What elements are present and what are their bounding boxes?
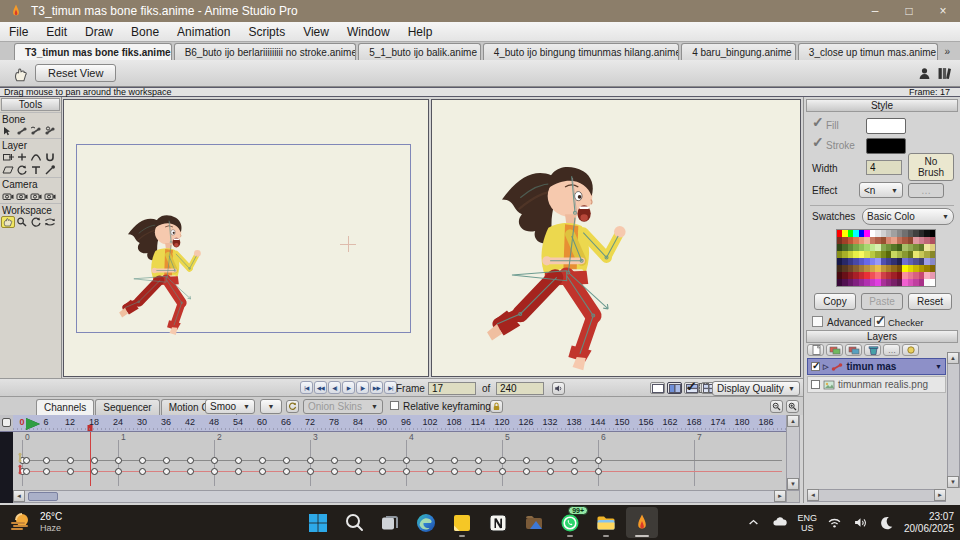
wifi-icon[interactable] [826, 514, 843, 531]
document-tab[interactable]: 3_close up timun mas.anime [798, 43, 939, 60]
select-bone-tool-button[interactable] [1, 125, 15, 137]
layers-horizontal-scrollbar[interactable]: ◄ ► [807, 489, 946, 502]
start-taskbar-button[interactable] [302, 507, 334, 538]
curvature-tool-button[interactable] [29, 151, 43, 163]
scroll-down-icon[interactable]: ▼ [787, 478, 799, 490]
advanced-checkbox[interactable] [812, 316, 823, 327]
timeline-zoom-out-button[interactable] [770, 400, 783, 413]
no-brush-button[interactable]: No Brush [908, 153, 954, 181]
audio-mute-button[interactable] [552, 382, 565, 395]
keyframe-dot[interactable] [571, 468, 578, 475]
effect-dropdown[interactable]: <n ▼ [859, 182, 903, 198]
notion-taskbar-button[interactable] [482, 507, 514, 538]
previous-keyframe-button[interactable]: ◀◀ [314, 381, 327, 394]
manipulate-bone-tool-button[interactable] [29, 125, 43, 137]
keyframe-dot[interactable] [163, 457, 170, 464]
timeline-tab-channels[interactable]: Channels [36, 399, 94, 415]
keyframe-dot[interactable] [67, 457, 74, 464]
document-tab[interactable]: 4_buto ijo bingung timunmas hilang.anime [483, 43, 680, 60]
keyframe-dot[interactable] [547, 468, 554, 475]
expander-icon[interactable]: ▷ [823, 363, 828, 371]
palette-swatch[interactable] [930, 251, 935, 258]
anime-studio-taskbar-button[interactable] [626, 507, 658, 538]
zoom-tool-button[interactable] [15, 216, 29, 228]
keyframe-dot[interactable] [67, 468, 74, 475]
document-tab[interactable]: 5_1_buto ijo balik.anime [358, 43, 480, 60]
layer-visibility-checkbox[interactable] [811, 380, 820, 389]
single-view-button[interactable] [650, 382, 665, 394]
paste-style-button[interactable]: Paste [861, 293, 903, 310]
keyframe-dot[interactable] [475, 457, 482, 464]
task-view-taskbar-button[interactable] [374, 507, 406, 538]
keyframe-dot[interactable] [571, 457, 578, 464]
interpolation-options-dropdown[interactable]: ▼ [260, 399, 282, 414]
text-tool-tool-button[interactable] [29, 164, 43, 176]
onedrive-cloud-icon[interactable] [771, 514, 788, 531]
rotate-workspace-tool-button[interactable] [29, 216, 43, 228]
layer-menu-icon[interactable]: ▼ [935, 363, 942, 370]
keyframe-dot[interactable] [499, 457, 506, 464]
step-back-button[interactable]: ◀| [328, 381, 341, 394]
palette-swatch[interactable] [930, 244, 935, 251]
layer-visibility-checkbox[interactable] [811, 362, 820, 371]
keyframe-dot[interactable] [235, 457, 242, 464]
roll-camera-tool-button[interactable] [29, 190, 43, 202]
play-start-marker[interactable] [26, 418, 40, 430]
keyframe-dot[interactable] [403, 457, 410, 464]
eyedropper-tool-button[interactable] [43, 164, 57, 176]
scrollbar-thumb[interactable] [28, 492, 58, 501]
translate-layer-tool-button[interactable] [1, 151, 15, 163]
reset-view-button[interactable]: Reset View [35, 64, 116, 82]
fill-color-swatch[interactable] [866, 118, 906, 134]
scroll-left-icon[interactable]: ◄ [807, 489, 819, 501]
keyframe-dot[interactable] [259, 457, 266, 464]
keyframe-dot[interactable] [91, 457, 98, 464]
timeline-ruler[interactable]: 0612182430364248546066727884909610210811… [13, 415, 786, 432]
menu-bone[interactable]: Bone [122, 22, 168, 41]
shear-tool-button[interactable] [1, 164, 15, 176]
reset-style-button[interactable]: Reset [908, 293, 952, 310]
search-taskbar-button[interactable] [338, 507, 370, 538]
document-tab[interactable]: T3_timun mas bone fiks.anime [14, 43, 172, 60]
palette-swatch[interactable] [930, 230, 935, 237]
playhead-line[interactable] [90, 432, 91, 486]
keyframe-dot[interactable] [307, 468, 314, 475]
keyframe-dot[interactable] [211, 457, 218, 464]
timeline-tracks[interactable]: 01234567 [13, 432, 786, 490]
keyframe-dot[interactable] [307, 457, 314, 464]
whatsapp-taskbar-button[interactable]: 99+ [554, 507, 586, 538]
night-light-icon[interactable] [878, 514, 895, 531]
workspace-view-left[interactable] [63, 99, 429, 377]
pan-tilt-camera-tool-button[interactable] [43, 190, 57, 202]
play-button[interactable]: ▶ [342, 381, 355, 394]
keyframe-dot[interactable] [379, 468, 386, 475]
enable-drawing-check-icon[interactable]: ✓ [686, 379, 697, 394]
keyframe-dot[interactable] [115, 468, 122, 475]
note-button[interactable] [902, 344, 919, 356]
keyframe-dot[interactable] [379, 457, 386, 464]
track-camera-tool-button[interactable] [1, 190, 15, 202]
menu-scripts[interactable]: Scripts [239, 22, 294, 41]
rotate-layer-tool-button[interactable] [15, 164, 29, 176]
keyframe-lock-button[interactable] [490, 400, 503, 413]
weather-widget[interactable]: 26°C Haze [8, 509, 62, 535]
maximize-button[interactable]: □ [892, 0, 926, 22]
notes-taskbar-button[interactable] [446, 507, 478, 538]
keyframe-dot[interactable] [115, 457, 122, 464]
swatches-dropdown[interactable]: Basic Colo ▼ [862, 208, 954, 225]
keyframe-dot[interactable] [283, 457, 290, 464]
menu-edit[interactable]: Edit [37, 22, 76, 41]
keyframe-dot[interactable] [595, 468, 602, 475]
playhead-tick[interactable] [88, 425, 93, 431]
keyframe-dot[interactable] [43, 468, 50, 475]
keyframe-dot[interactable] [91, 468, 98, 475]
keyframe-dot[interactable] [475, 468, 482, 475]
keyframe-dot[interactable] [187, 468, 194, 475]
current-frame-input[interactable] [428, 382, 476, 395]
next-keyframe-button[interactable]: ▶▶ [370, 381, 383, 394]
keyframe-dot[interactable] [499, 468, 506, 475]
relative-keyframing-checkbox[interactable] [390, 401, 399, 410]
keyframe-dot[interactable] [283, 468, 290, 475]
files-app-taskbar-button[interactable] [518, 507, 550, 538]
selection-frame-icon[interactable] [699, 383, 709, 393]
